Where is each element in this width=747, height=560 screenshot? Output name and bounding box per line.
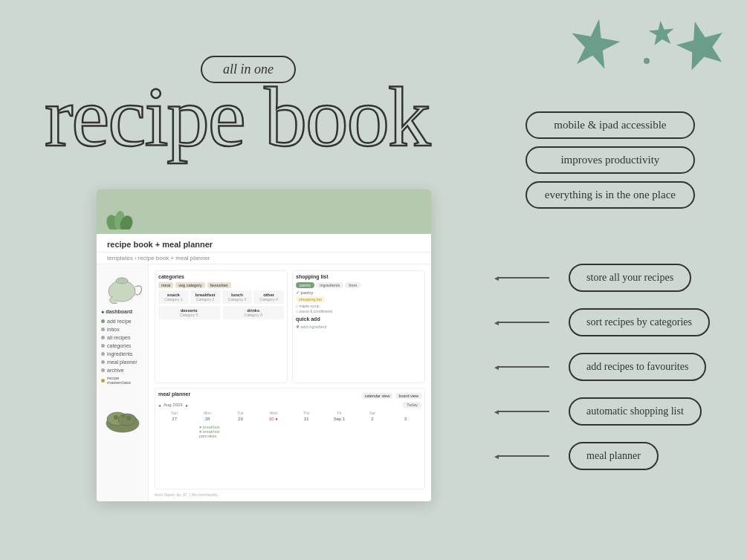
svg-point-1 xyxy=(644,58,650,64)
category-item: other Category 4 xyxy=(253,290,284,304)
dashboard-label: ● dashboard xyxy=(101,309,143,314)
shopping-list-title: shopping list xyxy=(296,274,421,279)
svg-point-8 xyxy=(116,278,128,284)
sidebar-add-recipe: add recipe xyxy=(101,317,143,325)
svg-point-12 xyxy=(114,415,118,420)
category-drinks: drinks Category 6 xyxy=(223,306,285,319)
screenshot-breadcrumb: templates › recipe book + meal planner xyxy=(97,253,431,264)
feature-pill-everything: everything is in the one place xyxy=(526,181,695,209)
stars-decoration xyxy=(561,15,725,89)
calendar-grid: Sun Mon Tue Wed Thu Fri Sat 27 28 29 30 … xyxy=(158,411,421,422)
side-pill-meal-planner: meal planner xyxy=(569,442,659,470)
quick-add-section: quick add ✚ add ingredient xyxy=(296,316,421,329)
categories-section: categories meat veg category favourites … xyxy=(155,270,288,383)
sidebar-archive: archive xyxy=(101,366,143,374)
screenshot-body: ● dashboard add recipe inbox all recipes… xyxy=(97,264,431,501)
categories-title: categories xyxy=(158,274,284,279)
shopping-list-section: shopping list pantry ingredients from ✓ … xyxy=(292,270,425,383)
svg-marker-3 xyxy=(672,16,725,72)
category-item: snack Category 1 xyxy=(158,290,189,304)
plants-icon xyxy=(106,207,134,229)
sidebar-masterclass: recipe masterclass xyxy=(101,374,143,386)
app-screenshot: recipe book + meal planner templates › r… xyxy=(97,189,431,501)
feature-row-favourites: add recipes to favourites xyxy=(497,353,710,381)
arrow-sort xyxy=(497,322,557,323)
arrow-store xyxy=(497,277,557,279)
feature-pill-mobile: mobile & ipad accessible xyxy=(526,111,695,139)
arrow-shopping xyxy=(497,411,557,412)
category-item: lunch Category 3 xyxy=(222,290,253,304)
sidebar-inbox: inbox xyxy=(101,325,143,333)
main-title: recipe book xyxy=(45,74,430,160)
calendar-month-label: Aug 2023 xyxy=(164,403,183,407)
screenshot-title: recipe book + meal planner xyxy=(97,234,431,253)
svg-marker-2 xyxy=(648,20,676,46)
feature-row-sort: sort recipes by categories xyxy=(497,308,710,336)
sidebar-meal-planner: meal planner xyxy=(101,358,143,366)
side-pill-favourites: add recipes to favourites xyxy=(569,353,706,381)
sidebar-ingredients: ingredients xyxy=(101,350,143,358)
meal-planner-section: meal planner calendar view board view ◂ … xyxy=(155,388,425,489)
footer-text: from Squirl, by JC. | No community... xyxy=(155,492,425,497)
teapot-icon xyxy=(101,270,144,304)
sidebar-categories: categories xyxy=(101,342,143,350)
svg-point-13 xyxy=(122,414,126,418)
sidebar-all-recipes: all recipes xyxy=(101,333,143,342)
side-pill-sort: sort recipes by categories xyxy=(569,308,710,336)
feature-pill-productivity: improves productivity xyxy=(526,146,695,174)
bread-decoration xyxy=(101,401,143,435)
side-pill-shopping: automatic shopping list xyxy=(569,397,702,426)
category-item: breakfast Category 2 xyxy=(190,290,221,304)
feature-row-store: store all your recipes xyxy=(497,264,710,292)
side-features-list: store all your recipes sort recipes by c… xyxy=(497,264,710,470)
feature-row-meal-planner: meal planner xyxy=(497,442,710,470)
feature-row-shopping: automatic shopping list xyxy=(497,397,710,426)
feature-pills-container: mobile & ipad accessible improves produc… xyxy=(526,111,695,209)
arrow-favourites xyxy=(497,366,557,368)
category-desserts: desserts Category 5 xyxy=(158,306,220,319)
stars-svg xyxy=(561,15,725,89)
svg-marker-0 xyxy=(566,15,623,71)
screenshot-header xyxy=(97,189,431,234)
svg-point-14 xyxy=(126,416,131,420)
meal-planner-title: meal planner xyxy=(158,391,190,397)
arrow-meal-planner xyxy=(497,455,557,457)
sidebar: ● dashboard add recipe inbox all recipes… xyxy=(97,264,149,501)
side-pill-store: store all your recipes xyxy=(569,264,691,292)
main-content: categories meat veg category favourites … xyxy=(149,264,431,501)
